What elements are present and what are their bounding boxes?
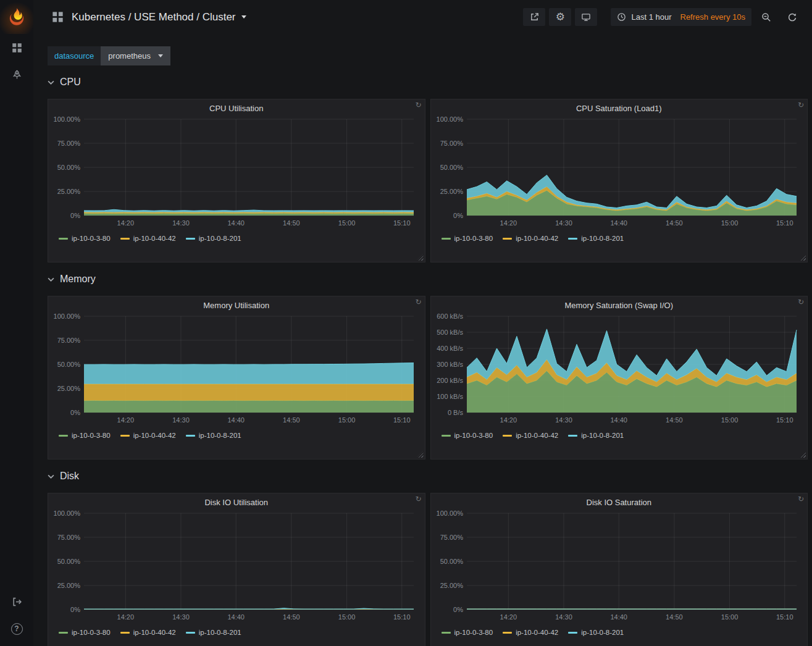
panel-resize-handle[interactable] (799, 254, 806, 261)
chart-memory-utilisation[interactable]: 100.00%75.00%50.00%25.00%0%14:2014:3014:… (48, 314, 425, 428)
sign-in-icon[interactable] (0, 588, 33, 615)
svg-text:400 kB/s: 400 kB/s (437, 345, 463, 352)
panel-resize-handle[interactable] (799, 451, 806, 458)
panel-title[interactable]: Memory Utilisation (203, 301, 269, 310)
legend-item-ip-10-0-3-80[interactable]: ip-10-0-3-80 (59, 235, 111, 242)
legend-item-ip-10-0-40-42[interactable]: ip-10-0-40-42 (503, 235, 558, 242)
section-header-cpu[interactable]: CPU (48, 74, 812, 90)
legend-item-ip-10-0-40-42[interactable]: ip-10-0-40-42 (503, 432, 558, 439)
svg-text:100.00%: 100.00% (54, 117, 81, 123)
svg-text:15:10: 15:10 (393, 613, 411, 621)
svg-text:100.00%: 100.00% (436, 511, 463, 517)
variable-value-text: prometheus (108, 51, 151, 61)
timeseries-chart[interactable]: 100.00%75.00%50.00%25.00%0%14:2014:3014:… (431, 511, 808, 625)
panel-memory-saturation-swap-i-o: Memory Saturation (Swap I/O)↻600 kB/s500… (430, 296, 808, 459)
legend-label: ip-10-0-3-80 (454, 629, 493, 636)
legend-item-ip-10-0-40-42[interactable]: ip-10-0-40-42 (503, 629, 558, 636)
svg-text:14:20: 14:20 (500, 219, 517, 227)
legend-item-ip-10-0-40-42[interactable]: ip-10-0-40-42 (120, 432, 176, 439)
panel-title[interactable]: Memory Saturation (Swap I/O) (564, 301, 673, 310)
svg-text:14:40: 14:40 (227, 613, 245, 621)
timeseries-chart[interactable]: 100.00%75.00%50.00%25.00%0%14:2014:3014:… (431, 117, 808, 231)
panel-title[interactable]: Disk IO Utilisation (204, 498, 268, 507)
legend-item-ip-10-0-8-201[interactable]: ip-10-0-8-201 (186, 235, 241, 242)
svg-text:50.00%: 50.00% (57, 164, 81, 171)
svg-text:25.00%: 25.00% (57, 188, 81, 195)
legend-item-ip-10-0-3-80[interactable]: ip-10-0-3-80 (442, 432, 493, 439)
legend-label: ip-10-0-8-201 (199, 629, 241, 636)
panel-row-disk: Disk IO Utilisation↻100.00%75.00%50.00%2… (48, 493, 808, 646)
svg-text:14:20: 14:20 (117, 613, 135, 621)
chart-cpu-utilisation[interactable]: 100.00%75.00%50.00%25.00%0%14:2014:3014:… (48, 117, 425, 231)
svg-text:75.00%: 75.00% (440, 140, 463, 147)
share-button[interactable] (523, 8, 545, 26)
svg-text:50.00%: 50.00% (57, 558, 81, 565)
panel-title[interactable]: Disk IO Saturation (587, 498, 652, 507)
chart-memory-saturation-swap-i-o[interactable]: 600 kB/s500 kB/s400 kB/s300 kB/s200 kB/s… (431, 314, 808, 428)
clock-icon (617, 12, 626, 22)
panel-title[interactable]: CPU Saturation (Load1) (576, 104, 662, 113)
timeseries-chart[interactable]: 100.00%75.00%50.00%25.00%0%14:2014:3014:… (48, 117, 425, 231)
time-range-label: Last 1 hour (631, 12, 671, 22)
svg-text:15:00: 15:00 (338, 416, 356, 424)
dashboard-title-button[interactable]: Kubernetes / USE Method / Cluster (52, 11, 246, 23)
svg-text:50.00%: 50.00% (440, 558, 463, 565)
variable-value-dropdown[interactable]: prometheus (101, 46, 170, 65)
legend-item-ip-10-0-40-42[interactable]: ip-10-0-40-42 (120, 235, 176, 242)
panel-header: CPU Utilisation↻ (48, 99, 425, 117)
panel-header: Memory Utilisation↻ (48, 296, 425, 314)
timeseries-chart[interactable]: 100.00%75.00%50.00%25.00%0%14:2014:3014:… (48, 314, 425, 428)
refresh-button[interactable] (781, 8, 803, 26)
svg-text:14:50: 14:50 (666, 219, 683, 227)
sidebar: ? (0, 0, 33, 646)
zoom-out-button[interactable] (755, 8, 777, 26)
sidebar-rocket-icon[interactable] (0, 61, 33, 88)
zoom-out-icon (761, 12, 771, 22)
legend-item-ip-10-0-3-80[interactable]: ip-10-0-3-80 (442, 235, 493, 242)
legend-label: ip-10-0-8-201 (581, 629, 624, 636)
legend-item-ip-10-0-8-201[interactable]: ip-10-0-8-201 (186, 629, 241, 636)
sidebar-dashboards-icon[interactable] (0, 34, 33, 61)
section-label: Memory (60, 274, 96, 285)
svg-text:15:10: 15:10 (776, 219, 793, 227)
legend-item-ip-10-0-8-201[interactable]: ip-10-0-8-201 (186, 432, 241, 439)
svg-text:14:30: 14:30 (555, 219, 572, 227)
svg-text:100.00%: 100.00% (54, 511, 81, 517)
settings-button[interactable]: ⚙ (549, 8, 571, 26)
legend-swatch (568, 238, 577, 240)
legend-swatch (568, 632, 577, 634)
section-header-disk[interactable]: Disk (48, 468, 812, 484)
time-picker-button[interactable]: Last 1 hour Refresh every 10s (611, 8, 751, 26)
timeseries-chart[interactable]: 100.00%75.00%50.00%25.00%0%14:2014:3014:… (48, 511, 425, 625)
svg-text:14:50: 14:50 (283, 613, 300, 621)
svg-text:100 kB/s: 100 kB/s (437, 393, 463, 400)
chevron-down-icon (158, 54, 163, 57)
legend-swatch (442, 435, 451, 437)
legend-item-ip-10-0-40-42[interactable]: ip-10-0-40-42 (120, 629, 176, 636)
refresh-interval-label[interactable]: Refresh every 10s (680, 12, 746, 22)
legend-swatch (186, 632, 195, 634)
legend-item-ip-10-0-8-201[interactable]: ip-10-0-8-201 (568, 629, 624, 636)
legend-item-ip-10-0-3-80[interactable]: ip-10-0-3-80 (59, 432, 111, 439)
submenu-variables: datasource prometheus (33, 34, 812, 65)
svg-text:14:40: 14:40 (227, 416, 245, 424)
panel-resize-handle[interactable] (417, 451, 424, 458)
svg-text:15:10: 15:10 (776, 613, 793, 621)
help-icon[interactable]: ? (0, 615, 33, 642)
legend-label: ip-10-0-8-201 (581, 432, 624, 439)
view-mode-button[interactable] (575, 8, 597, 26)
legend-item-ip-10-0-8-201[interactable]: ip-10-0-8-201 (568, 432, 624, 439)
section-header-memory[interactable]: Memory (48, 271, 812, 287)
panel-row-cpu: CPU Utilisation↻100.00%75.00%50.00%25.00… (48, 99, 808, 262)
grafana-logo[interactable] (0, 0, 33, 34)
chart-disk-io-utilisation[interactable]: 100.00%75.00%50.00%25.00%0%14:2014:3014:… (48, 511, 425, 625)
chart-disk-io-saturation[interactable]: 100.00%75.00%50.00%25.00%0%14:2014:3014:… (431, 511, 808, 625)
panel-title[interactable]: CPU Utilisation (209, 104, 263, 113)
legend-item-ip-10-0-3-80[interactable]: ip-10-0-3-80 (442, 629, 493, 636)
legend-item-ip-10-0-8-201[interactable]: ip-10-0-8-201 (568, 235, 624, 242)
chart-cpu-saturation-load1[interactable]: 100.00%75.00%50.00%25.00%0%14:2014:3014:… (431, 117, 808, 231)
timeseries-chart[interactable]: 600 kB/s500 kB/s400 kB/s300 kB/s200 kB/s… (431, 314, 808, 428)
legend-item-ip-10-0-3-80[interactable]: ip-10-0-3-80 (59, 629, 111, 636)
svg-text:600 kB/s: 600 kB/s (437, 314, 463, 320)
panel-resize-handle[interactable] (417, 254, 424, 261)
